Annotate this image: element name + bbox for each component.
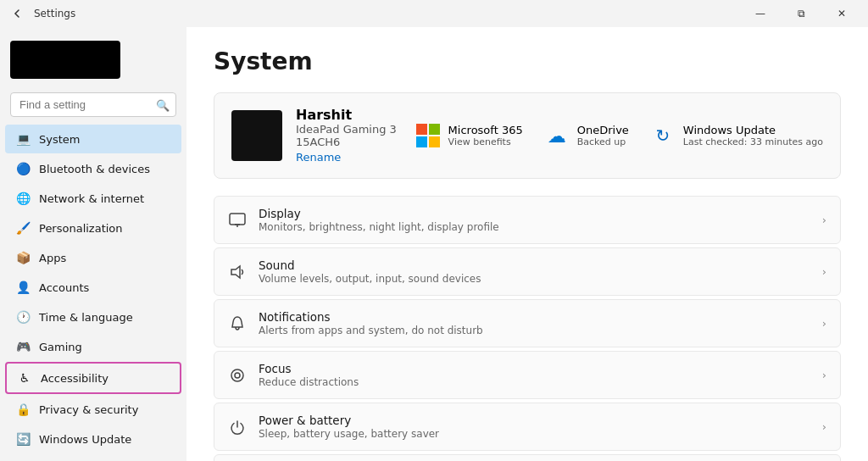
profile-device: IdeaPad Gaming 3 15ACH6 xyxy=(296,123,401,148)
nav-icon-apps: 📦 xyxy=(15,250,31,265)
nav-label-personalization: Personalization xyxy=(39,222,123,235)
focus-chevron: › xyxy=(822,369,826,381)
sidebar-item-system[interactable]: 💻 System xyxy=(5,125,181,153)
service-name-onedrive: OneDrive xyxy=(577,124,629,136)
profile-card: Harshit IdeaPad Gaming 3 15ACH6 Rename M… xyxy=(214,92,841,179)
display-title: Display xyxy=(259,207,810,220)
nav-label-time: Time & language xyxy=(39,311,133,324)
nav-icon-privacy: 🔒 xyxy=(15,402,31,417)
display-icon xyxy=(228,211,247,230)
search-input[interactable] xyxy=(10,92,176,117)
service-windows-update[interactable]: ↻ Windows Update Last checked: 33 minute… xyxy=(649,122,823,149)
svg-marker-7 xyxy=(231,266,240,278)
nav-icon-accessibility: ♿ xyxy=(17,370,32,386)
sidebar: 🔍 💻 System 🔵 Bluetooth & devices 🌐 Netwo… xyxy=(0,27,186,461)
search-box: 🔍 xyxy=(10,92,176,117)
close-button[interactable]: ✕ xyxy=(822,0,861,27)
sidebar-item-bluetooth[interactable]: 🔵 Bluetooth & devices xyxy=(5,154,181,183)
svg-rect-1 xyxy=(429,124,440,135)
power-title: Power & battery xyxy=(259,414,810,427)
sound-icon xyxy=(228,263,247,281)
display-text: Display Monitors, brightness, night ligh… xyxy=(259,207,810,233)
sidebar-item-privacy[interactable]: 🔒 Privacy & security xyxy=(5,395,181,424)
settings-item-power[interactable]: Power & battery Sleep, battery usage, ba… xyxy=(214,403,841,451)
back-button[interactable] xyxy=(7,3,27,24)
settings-list: Display Monitors, brightness, night ligh… xyxy=(214,196,841,461)
window-controls: — ⧉ ✕ xyxy=(741,0,861,27)
nav-icon-system: 💻 xyxy=(15,131,31,147)
sidebar-item-personalization[interactable]: 🖌️ Personalization xyxy=(5,214,181,242)
display-chevron: › xyxy=(822,214,826,226)
service-info-ms365: Microsoft 365 View benefits xyxy=(448,124,523,147)
profile-services: Microsoft 365 View benefits ☁ OneDrive B… xyxy=(415,122,823,149)
content-area: System Harshit IdeaPad Gaming 3 15ACH6 R… xyxy=(186,27,868,461)
ms365-icon xyxy=(416,124,440,147)
sidebar-avatar xyxy=(10,41,120,79)
nav-label-system: System xyxy=(39,133,80,146)
service-sub-onedrive: Backed up xyxy=(577,136,629,147)
svg-rect-3 xyxy=(429,136,440,147)
notifications-title: Notifications xyxy=(259,310,810,324)
nav-label-network: Network & internet xyxy=(39,192,144,205)
sound-chevron: › xyxy=(822,265,826,278)
service-ms365[interactable]: Microsoft 365 View benefits xyxy=(415,122,523,149)
search-icon: 🔍 xyxy=(156,98,170,111)
display-sub: Monitors, brightness, night light, displ… xyxy=(259,221,810,233)
service-onedrive[interactable]: ☁ OneDrive Backed up xyxy=(543,122,629,149)
service-sub-ms365: View benefits xyxy=(448,136,523,147)
main-layout: 🔍 💻 System 🔵 Bluetooth & devices 🌐 Netwo… xyxy=(0,27,868,461)
sound-sub: Volume levels, output, input, sound devi… xyxy=(259,273,810,285)
sidebar-item-gaming[interactable]: 🎮 Gaming xyxy=(5,332,181,361)
sidebar-item-time[interactable]: 🕐 Time & language xyxy=(5,303,181,331)
page-title: System xyxy=(214,47,841,75)
minimize-button[interactable]: — xyxy=(741,0,780,27)
service-info-windows-update: Windows Update Last checked: 33 minutes … xyxy=(683,124,823,147)
nav-icon-accounts: 👤 xyxy=(15,280,31,295)
nav-icon-windows-update: 🔄 xyxy=(15,431,31,447)
service-info-onedrive: OneDrive Backed up xyxy=(577,124,629,147)
titlebar: Settings — ⧉ ✕ xyxy=(0,0,868,27)
nav-icon-gaming: 🎮 xyxy=(15,339,31,354)
svg-rect-0 xyxy=(416,124,427,135)
sidebar-item-apps[interactable]: 📦 Apps xyxy=(5,243,181,272)
profile-name: Harshit xyxy=(296,107,401,123)
nav-icon-network: 🌐 xyxy=(15,191,31,206)
winupdate-icon: ↻ xyxy=(655,125,670,146)
restore-button[interactable]: ⧉ xyxy=(782,0,821,27)
onedrive-icon: ☁ xyxy=(548,125,566,147)
power-sub: Sleep, battery usage, battery saver xyxy=(259,428,810,440)
settings-item-focus[interactable]: Focus Reduce distractions › xyxy=(214,351,841,399)
focus-text: Focus Reduce distractions xyxy=(259,362,810,388)
nav-icon-bluetooth: 🔵 xyxy=(15,161,31,176)
sidebar-item-network[interactable]: 🌐 Network & internet xyxy=(5,184,181,213)
profile-avatar xyxy=(231,110,282,161)
rename-link[interactable]: Rename xyxy=(296,151,341,164)
service-sub-windows-update: Last checked: 33 minutes ago xyxy=(683,136,823,147)
titlebar-left: Settings xyxy=(7,3,75,24)
svg-rect-4 xyxy=(230,214,245,225)
sound-title: Sound xyxy=(259,258,810,272)
sound-text: Sound Volume levels, output, input, soun… xyxy=(259,258,810,285)
nav-label-gaming: Gaming xyxy=(39,341,82,353)
svg-rect-2 xyxy=(416,136,427,147)
nav-list: 💻 System 🔵 Bluetooth & devices 🌐 Network… xyxy=(0,124,186,454)
profile-info: Harshit IdeaPad Gaming 3 15ACH6 Rename xyxy=(296,107,401,164)
notifications-sub: Alerts from apps and system, do not dist… xyxy=(259,325,810,336)
nav-icon-time: 🕐 xyxy=(15,309,31,325)
sidebar-item-windows-update[interactable]: 🔄 Windows Update xyxy=(5,425,181,453)
sidebar-item-accessibility[interactable]: ♿ Accessibility xyxy=(5,362,181,394)
settings-item-notifications[interactable]: Notifications Alerts from apps and syste… xyxy=(214,299,841,347)
svg-point-9 xyxy=(235,373,240,378)
settings-item-sound[interactable]: Sound Volume levels, output, input, soun… xyxy=(214,247,841,296)
focus-title: Focus xyxy=(259,362,810,375)
notifications-chevron: › xyxy=(822,317,826,330)
nav-label-windows-update: Windows Update xyxy=(39,433,131,446)
power-icon xyxy=(228,418,247,436)
service-name-windows-update: Windows Update xyxy=(683,124,823,136)
settings-item-storage[interactable]: Storage Storage space, drives, configura… xyxy=(214,454,841,461)
sidebar-item-accounts[interactable]: 👤 Accounts xyxy=(5,273,181,302)
nav-label-accessibility: Accessibility xyxy=(41,372,108,385)
settings-item-display[interactable]: Display Monitors, brightness, night ligh… xyxy=(214,196,841,244)
notifications-text: Notifications Alerts from apps and syste… xyxy=(259,310,810,336)
focus-icon xyxy=(228,366,247,385)
